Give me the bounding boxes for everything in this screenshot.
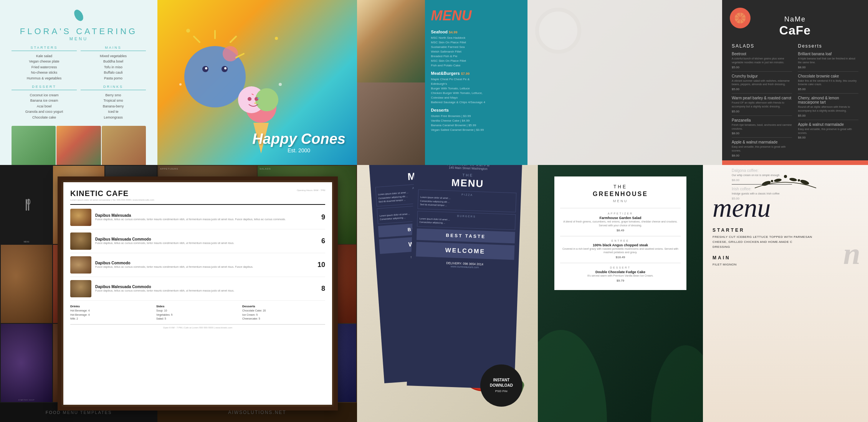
kinetic-item-4: Dapibus Malesuada Commodo Fusce dapibus,… — [70, 280, 325, 301]
greenhouse-panel: THE GREENHOUSE MENU APPETIZER Farmhouse … — [538, 165, 703, 422]
kinetic-item-2-price: 6 — [321, 237, 325, 245]
kinetic-item-1-name: Dapibus Malesuada — [95, 213, 317, 218]
svg-point-21 — [186, 29, 190, 33]
seafood-items: MSC North Sea Haddock MSC Skin On Plaice… — [431, 36, 521, 68]
kinetic-item-3: Dapibus Commodo Fusce dapibus, tellus ac… — [70, 256, 325, 277]
instant-download-badge: INSTANT DOWNLOAD PSD File — [480, 364, 522, 407]
namecafe-menu-card: NaMe CaFe SALADS Beetroot A colorful bun… — [722, 0, 868, 165]
handwritten-main-section: MAIN FILET MIGNON — [713, 255, 858, 267]
svg-point-16 — [248, 97, 251, 101]
floras-pasta-image — [102, 126, 146, 165]
namecafe-dessert-item-1: Brilliant banana loaf A triple banana lo… — [798, 52, 858, 69]
newspaper-menu-panel: Open Hour 10 AM/PM 145 Main Street Washi… — [357, 165, 538, 422]
handwritten-main-title: MAIN — [713, 255, 858, 260]
cones-text: Happy Cones Est. 2000 — [252, 131, 346, 153]
kinetic-item-3-desc: Fusce dapibus, tellus ac cursus commodo,… — [95, 265, 314, 269]
kinetic-item-2-desc: Fusce dapibus, tellus ac cursus commodo,… — [95, 241, 317, 245]
drinks-items: Berry smo Tropical smo Banana-berry Iced… — [81, 92, 146, 120]
namecafe-salads-title: SALADS — [732, 43, 792, 49]
namecafe-salad-item-1: Beetroot A colorful bunch of kitchen gra… — [732, 52, 792, 69]
handwritten-starter-title: STARTER — [713, 227, 858, 233]
kinetic-item-3-name: Dapibus Commodo — [95, 261, 314, 265]
kinetic-area-overlay: KINETIC CAFE Lorem ipsum dolor sit amet … — [0, 165, 357, 422]
svg-point-23 — [179, 83, 182, 86]
handwritten-menu-title: menu — [713, 196, 858, 220]
handwritten-main-item: FILET MIGNON — [713, 262, 858, 267]
kinetic-header: KINETIC CAFE Lorem ipsum dolor sit amet … — [70, 189, 325, 201]
seafood-menu-panel: MENU Seafood $4.99 MSC North Sea Haddock… — [357, 0, 527, 165]
svg-point-7 — [223, 46, 238, 61]
kinetic-drinks-section: Drinks Hot Beverage: 4Hot Beverage: 4Mil… — [70, 305, 153, 321]
kinetic-item-2-name: Dapibus Malesuada Commodo — [95, 237, 317, 241]
newspaper-card-front: Open Hour 10 AM/PM 145 Main Street Washi… — [407, 165, 522, 389]
floras-logo — [12, 8, 146, 25]
floras-subtitle: MENU — [12, 36, 146, 41]
kinetic-item-1-desc: Fusce dapibus, tellus ac cursus commodo,… — [95, 218, 317, 221]
kinetic-title: KINETIC CAFE — [70, 189, 154, 198]
namecafe-salad-item-5: Apple & walnut marmalade Easy and versat… — [732, 140, 792, 157]
kinetic-sides-title: Sides — [156, 305, 239, 308]
kinetic-item-2: Dapibus Malesuada Commodo Fusce dapibus,… — [70, 232, 325, 253]
kinetic-drinks-items: Hot Beverage: 4Hot Beverage: 4Milk: 2 — [70, 309, 153, 321]
kinetic-footer-grid: Drinks Hot Beverage: 4Hot Beverage: 4Mil… — [70, 305, 325, 321]
best-taste-badge-front: BEST TASTE — [417, 229, 515, 244]
kinetic-menu-card: KINETIC CAFE Lorem ipsum dolor sit amet … — [63, 182, 332, 405]
svg-point-24 — [279, 83, 282, 86]
dessert-title: DESSERT — [12, 85, 77, 90]
kinetic-sides-section: Sides Soup: 10Vegetables: 5Salad: 5 — [156, 305, 239, 321]
welcome-badge-front: WELCOME — [416, 242, 514, 260]
handwritten-menu-panel: menu STARTER FRESHLY CUT ICEBERG LETTUCE… — [703, 165, 868, 422]
starters-title: STARTERS — [12, 46, 77, 51]
kinetic-drinks-title: Drinks — [70, 305, 153, 308]
namecafe-desserts-title: Desserts — [798, 43, 858, 49]
namecafe-dessert-item-3: Cherry, almond & lemon mascarpone tart R… — [798, 96, 858, 117]
svg-point-5 — [205, 67, 207, 69]
namecafe-dessert-item-2: Chocolate brownie cake Bake this at the … — [798, 74, 858, 91]
handwritten-content: menu STARTER FRESHLY CUT ICEBERG LETTUCE… — [703, 165, 868, 275]
greenhouse-entree: ENTREE 100% black Angus chopped steak Co… — [560, 239, 681, 259]
namecafe-salad-item-2: Crunchy bulgur A vibrant summer salad wi… — [732, 74, 792, 91]
seafood-dessert-items: Gluten Free Brownies | $3.99 Vanilla Che… — [431, 114, 521, 132]
cones-est: Est. 2000 — [252, 147, 346, 153]
kinetic-hours: Open 8 AM - 7 PM | Cafe at Lorem 555-555… — [70, 326, 325, 329]
wood-frame: KINETIC CAFE Lorem ipsum dolor sit amet … — [58, 176, 338, 410]
starters-items: Kale salad Vegan cheese plate Fried wate… — [12, 53, 77, 81]
kinetic-sides-items: Soup: 10Vegetables: 5Salad: 5 — [156, 309, 239, 321]
floras-colorful-image — [56, 126, 101, 165]
kinetic-item-4-name: Dapibus Malesuada Commodo — [95, 285, 317, 289]
namecafe-salad-item-3: Warm pearl barley & roasted carrot Found… — [732, 96, 792, 113]
namecafe-logo-icon — [730, 8, 751, 29]
svg-line-9 — [230, 36, 236, 42]
kinetic-item-4-desc: Fusce dapibus, tellus ac cursus commodo,… — [95, 289, 317, 292]
seafood-section-title: Seafood $4.99 — [431, 30, 521, 34]
kinetic-desserts-section: Desserts Chocolate Cake: 20Ice Cream: 5C… — [242, 305, 325, 321]
burger-section-title: Meat&Burgers $7.99 — [431, 71, 521, 76]
svg-line-11 — [194, 36, 200, 42]
svg-point-15 — [255, 88, 278, 111]
floras-title: FLORA'S CATERING — [12, 26, 146, 36]
svg-point-17 — [255, 97, 258, 101]
cones-title: Happy Cones — [252, 131, 346, 147]
namecafe-dessert-item-4: Apple & walnut marmalade Easy and versat… — [798, 122, 858, 140]
handwritten-starter-section: STARTER FRESHLY CUT ICEBERG LETTUCE TOPP… — [713, 227, 858, 249]
floras-catering-panel: FLORA'S CATERING MENU STARTERS Kale sala… — [0, 0, 157, 165]
seafood-dessert-title: Desserts — [431, 108, 521, 112]
svg-point-22 — [275, 37, 278, 40]
floras-salad-image — [12, 126, 56, 165]
kinetic-item-3-image — [70, 256, 91, 274]
seafood-menu-content: MENU Seafood $4.99 MSC North Sea Haddock… — [425, 0, 527, 165]
kinetic-item-2-image — [70, 232, 91, 250]
kinetic-subtitle: Lorem ipsum dolor sit amet consectetur |… — [70, 199, 154, 201]
greenhouse-card: THE GREENHOUSE MENU APPETIZER Farmhouse … — [554, 176, 686, 290]
kinetic-item-4-image — [70, 280, 91, 297]
mains-title: MAINS — [81, 46, 146, 51]
drinks-title: DRINKS — [81, 85, 146, 90]
kinetic-item-3-price: 10 — [317, 261, 325, 269]
namecafe-bottom-bar — [722, 160, 868, 165]
greenhouse-title: THE GREENHOUSE MENU — [560, 184, 681, 204]
mains-items: Mixed vegetables Buddha bowl Tofu in mis… — [81, 53, 146, 81]
namecafe-salad-item-4: Panzanella Fresh ripe tomatoes, basil, a… — [732, 118, 792, 135]
greenhouse-dessert: DESSERT Double Chocolate Fudge Cake It's… — [560, 266, 681, 282]
svg-point-6 — [224, 67, 227, 69]
kinetic-desserts-items: Chocolate Cake: 20Ice Cream: 5Cheesecake… — [242, 309, 325, 321]
